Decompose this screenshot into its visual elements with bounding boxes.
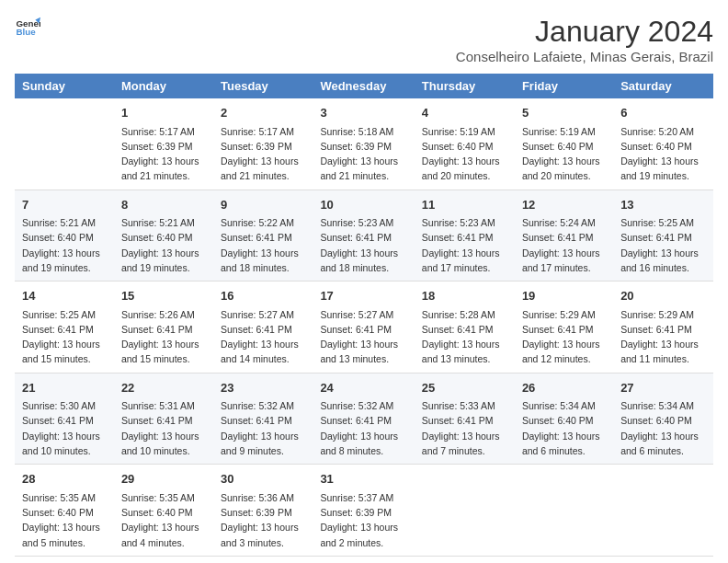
calendar-week-row: 7Sunrise: 5:21 AMSunset: 6:40 PMDaylight…	[15, 190, 713, 282]
day-number: 25	[422, 379, 507, 397]
calendar-cell: 11Sunrise: 5:23 AMSunset: 6:41 PMDayligh…	[415, 190, 515, 282]
month-title: January 2024	[456, 15, 713, 49]
day-number: 28	[22, 470, 107, 488]
day-number: 2	[221, 104, 305, 122]
day-number: 23	[221, 379, 305, 397]
calendar-cell: 26Sunrise: 5:34 AMSunset: 6:40 PMDayligh…	[515, 373, 613, 465]
page-header: General Blue January 2024 Conselheiro La…	[15, 15, 713, 64]
calendar-week-row: 21Sunrise: 5:30 AMSunset: 6:41 PMDayligh…	[15, 373, 713, 465]
day-info: Sunrise: 5:37 AMSunset: 6:39 PMDaylight:…	[320, 490, 406, 550]
calendar-header-row: SundayMondayTuesdayWednesdayThursdayFrid…	[15, 74, 713, 98]
calendar-cell	[515, 465, 613, 557]
day-info: Sunrise: 5:20 AMSunset: 6:40 PMDaylight:…	[620, 124, 706, 184]
day-number: 18	[422, 287, 507, 305]
day-info: Sunrise: 5:31 AMSunset: 6:41 PMDaylight:…	[121, 398, 206, 458]
weekday-header-tuesday: Tuesday	[213, 74, 313, 98]
calendar-cell: 7Sunrise: 5:21 AMSunset: 6:40 PMDaylight…	[15, 190, 114, 282]
day-info: Sunrise: 5:21 AMSunset: 6:40 PMDaylight:…	[121, 215, 206, 275]
day-number: 16	[221, 287, 305, 305]
day-number: 3	[320, 104, 406, 122]
day-number: 21	[22, 379, 107, 397]
calendar-cell: 13Sunrise: 5:25 AMSunset: 6:41 PMDayligh…	[613, 190, 713, 282]
calendar-cell	[613, 465, 713, 557]
day-number: 26	[522, 379, 606, 397]
day-number: 27	[620, 379, 706, 397]
day-number: 5	[522, 104, 606, 122]
day-number: 7	[22, 196, 107, 214]
day-info: Sunrise: 5:34 AMSunset: 6:40 PMDaylight:…	[522, 398, 606, 458]
calendar-cell: 12Sunrise: 5:24 AMSunset: 6:41 PMDayligh…	[515, 190, 613, 282]
day-info: Sunrise: 5:25 AMSunset: 6:41 PMDaylight:…	[22, 307, 107, 367]
day-info: Sunrise: 5:24 AMSunset: 6:41 PMDaylight:…	[522, 215, 606, 275]
calendar-week-row: 28Sunrise: 5:35 AMSunset: 6:40 PMDayligh…	[15, 465, 713, 557]
calendar-week-row: 14Sunrise: 5:25 AMSunset: 6:41 PMDayligh…	[15, 282, 713, 373]
logo-icon: General Blue	[15, 15, 40, 40]
calendar-cell: 1Sunrise: 5:17 AMSunset: 6:39 PMDaylight…	[114, 98, 213, 190]
day-number: 8	[121, 196, 206, 214]
calendar-cell: 22Sunrise: 5:31 AMSunset: 6:41 PMDayligh…	[114, 373, 213, 465]
calendar-cell: 9Sunrise: 5:22 AMSunset: 6:41 PMDaylight…	[213, 190, 313, 282]
calendar-cell: 31Sunrise: 5:37 AMSunset: 6:39 PMDayligh…	[313, 465, 414, 557]
day-info: Sunrise: 5:26 AMSunset: 6:41 PMDaylight:…	[121, 307, 206, 367]
weekday-header-thursday: Thursday	[415, 74, 515, 98]
calendar-cell: 20Sunrise: 5:29 AMSunset: 6:41 PMDayligh…	[613, 282, 713, 373]
day-info: Sunrise: 5:27 AMSunset: 6:41 PMDaylight:…	[221, 307, 305, 367]
day-info: Sunrise: 5:18 AMSunset: 6:39 PMDaylight:…	[320, 124, 406, 184]
svg-text:Blue: Blue	[16, 27, 36, 37]
day-info: Sunrise: 5:32 AMSunset: 6:41 PMDaylight:…	[221, 398, 305, 458]
calendar-cell: 5Sunrise: 5:19 AMSunset: 6:40 PMDaylight…	[515, 98, 613, 190]
day-number: 13	[620, 196, 706, 214]
calendar-cell: 21Sunrise: 5:30 AMSunset: 6:41 PMDayligh…	[15, 373, 114, 465]
calendar-cell: 30Sunrise: 5:36 AMSunset: 6:39 PMDayligh…	[213, 465, 313, 557]
logo: General Blue	[15, 15, 40, 40]
calendar-cell: 16Sunrise: 5:27 AMSunset: 6:41 PMDayligh…	[213, 282, 313, 373]
calendar-cell: 28Sunrise: 5:35 AMSunset: 6:40 PMDayligh…	[15, 465, 114, 557]
day-info: Sunrise: 5:19 AMSunset: 6:40 PMDaylight:…	[422, 124, 507, 184]
day-info: Sunrise: 5:27 AMSunset: 6:41 PMDaylight:…	[320, 307, 406, 367]
calendar-table: SundayMondayTuesdayWednesdayThursdayFrid…	[15, 74, 713, 557]
calendar-cell: 10Sunrise: 5:23 AMSunset: 6:41 PMDayligh…	[313, 190, 414, 282]
day-number: 14	[22, 287, 107, 305]
calendar-cell: 14Sunrise: 5:25 AMSunset: 6:41 PMDayligh…	[15, 282, 114, 373]
day-info: Sunrise: 5:21 AMSunset: 6:40 PMDaylight:…	[22, 215, 107, 275]
calendar-cell	[415, 465, 515, 557]
day-number: 9	[221, 196, 305, 214]
day-number: 17	[320, 287, 406, 305]
calendar-cell: 25Sunrise: 5:33 AMSunset: 6:41 PMDayligh…	[415, 373, 515, 465]
calendar-week-row: 1Sunrise: 5:17 AMSunset: 6:39 PMDaylight…	[15, 98, 713, 190]
calendar-cell: 2Sunrise: 5:17 AMSunset: 6:39 PMDaylight…	[213, 98, 313, 190]
calendar-cell: 17Sunrise: 5:27 AMSunset: 6:41 PMDayligh…	[313, 282, 414, 373]
day-info: Sunrise: 5:17 AMSunset: 6:39 PMDaylight:…	[121, 124, 206, 184]
day-info: Sunrise: 5:36 AMSunset: 6:39 PMDaylight:…	[221, 490, 305, 550]
day-info: Sunrise: 5:25 AMSunset: 6:41 PMDaylight:…	[620, 215, 706, 275]
calendar-cell: 29Sunrise: 5:35 AMSunset: 6:40 PMDayligh…	[114, 465, 213, 557]
day-info: Sunrise: 5:34 AMSunset: 6:40 PMDaylight:…	[620, 398, 706, 458]
calendar-cell: 19Sunrise: 5:29 AMSunset: 6:41 PMDayligh…	[515, 282, 613, 373]
weekday-header-saturday: Saturday	[613, 74, 713, 98]
calendar-cell: 8Sunrise: 5:21 AMSunset: 6:40 PMDaylight…	[114, 190, 213, 282]
calendar-cell: 23Sunrise: 5:32 AMSunset: 6:41 PMDayligh…	[213, 373, 313, 465]
calendar-cell: 24Sunrise: 5:32 AMSunset: 6:41 PMDayligh…	[313, 373, 414, 465]
day-number: 11	[422, 196, 507, 214]
day-info: Sunrise: 5:32 AMSunset: 6:41 PMDaylight:…	[320, 398, 406, 458]
day-info: Sunrise: 5:22 AMSunset: 6:41 PMDaylight:…	[221, 215, 305, 275]
day-number: 20	[620, 287, 706, 305]
day-number: 22	[121, 379, 206, 397]
day-info: Sunrise: 5:29 AMSunset: 6:41 PMDaylight:…	[620, 307, 706, 367]
calendar-cell: 6Sunrise: 5:20 AMSunset: 6:40 PMDaylight…	[613, 98, 713, 190]
calendar-cell	[15, 98, 114, 190]
weekday-header-sunday: Sunday	[15, 74, 114, 98]
title-section: January 2024 Conselheiro Lafaiete, Minas…	[456, 15, 713, 64]
day-number: 1	[121, 104, 206, 122]
day-number: 30	[221, 470, 305, 488]
day-info: Sunrise: 5:28 AMSunset: 6:41 PMDaylight:…	[422, 307, 507, 367]
weekday-header-monday: Monday	[114, 74, 213, 98]
day-number: 24	[320, 379, 406, 397]
weekday-header-friday: Friday	[515, 74, 613, 98]
day-info: Sunrise: 5:35 AMSunset: 6:40 PMDaylight:…	[121, 490, 206, 550]
location-subtitle: Conselheiro Lafaiete, Minas Gerais, Braz…	[456, 49, 713, 64]
calendar-cell: 18Sunrise: 5:28 AMSunset: 6:41 PMDayligh…	[415, 282, 515, 373]
day-number: 12	[522, 196, 606, 214]
weekday-header-wednesday: Wednesday	[313, 74, 414, 98]
day-number: 10	[320, 196, 406, 214]
